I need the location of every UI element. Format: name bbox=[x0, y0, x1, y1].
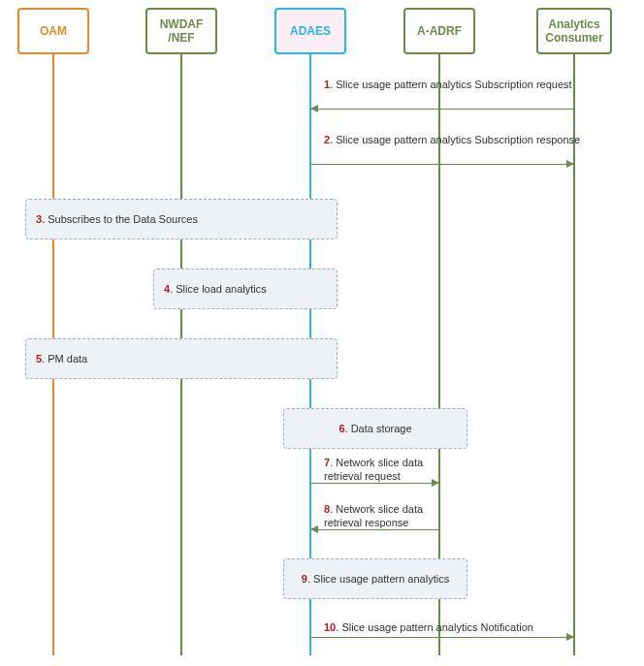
message-label-8: 8. Network slice data retrieval response bbox=[324, 502, 440, 530]
message-text: Slice usage pattern analytics Subscripti… bbox=[336, 79, 571, 90]
participant-label: A-ADRF bbox=[417, 24, 462, 38]
fragment-text: Data storage bbox=[351, 423, 412, 434]
fragment-5: 5. PM data bbox=[25, 338, 338, 379]
participant-label: ADAES bbox=[290, 24, 331, 38]
arrow-head-icon bbox=[310, 525, 318, 533]
fragment-6: 6. Data storage bbox=[283, 408, 467, 449]
fragment-text: Slice usage pattern analytics bbox=[313, 573, 449, 585]
message-arrow-1 bbox=[310, 109, 574, 110]
message-label-10: 10. Slice usage pattern analytics Notifi… bbox=[324, 620, 605, 634]
fragment-4: 4. Slice load analytics bbox=[153, 269, 338, 309]
arrow-head-icon bbox=[566, 633, 574, 641]
arrow-head-icon bbox=[310, 105, 318, 112]
participant-nwdaf: NWDAF /NEF bbox=[145, 8, 217, 54]
fragment-3: 3. Subscribes to the Data Sources bbox=[25, 199, 338, 239]
participant-label: OAM bbox=[40, 24, 67, 38]
message-arrow-7 bbox=[310, 483, 439, 484]
participant-label: NWDAF /NEF bbox=[160, 17, 204, 46]
fragment-text: PM data bbox=[48, 353, 87, 365]
participant-oam: OAM bbox=[17, 8, 89, 54]
message-arrow-2 bbox=[310, 164, 574, 165]
fragment-9: 9. Slice usage pattern analytics bbox=[283, 558, 467, 599]
message-arrow-8 bbox=[310, 529, 439, 530]
message-text: Network slice data retrieval response bbox=[324, 503, 423, 528]
participant-label: Analytics Consumer bbox=[545, 17, 602, 46]
arrow-head-icon bbox=[566, 160, 574, 168]
participant-consumer: Analytics Consumer bbox=[536, 8, 612, 54]
step-number: 10 bbox=[324, 621, 336, 633]
participant-aadrf: A-ADRF bbox=[403, 8, 475, 54]
message-label-2: 2. Slice usage pattern analytics Subscri… bbox=[324, 133, 605, 146]
participant-adaes: ADAES bbox=[274, 8, 346, 54]
fragment-text: Subscribes to the Data Sources bbox=[48, 213, 198, 225]
message-arrow-10 bbox=[310, 637, 574, 638]
fragment-text: Slice load analytics bbox=[176, 283, 267, 295]
message-label-1: 1. Slice usage pattern analytics Subscri… bbox=[324, 78, 605, 91]
arrow-head-icon bbox=[432, 479, 439, 487]
message-label-7: 7. Network slice data retrieval request bbox=[324, 456, 440, 484]
message-text: Slice usage pattern analytics Notificati… bbox=[341, 621, 533, 633]
message-text: Slice usage pattern analytics Subscripti… bbox=[336, 134, 580, 145]
message-text: Network slice data retrieval request bbox=[324, 457, 423, 482]
